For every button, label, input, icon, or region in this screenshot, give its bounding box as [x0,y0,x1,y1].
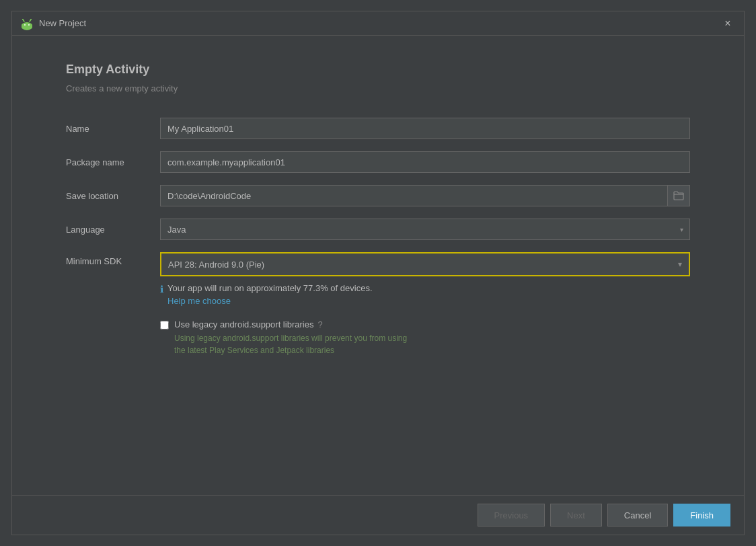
sdk-info: ℹ Your app will run on approximately 77.… [160,283,690,306]
language-select[interactable]: Java Kotlin [160,219,690,240]
folder-icon [673,191,684,200]
sdk-info-text-after: of devices. [328,283,373,293]
sdk-percent: 77.3% [303,283,328,293]
save-location-control [160,185,690,206]
next-button[interactable]: Next [550,504,602,526]
sdk-info-text-before: Your app will run on approximately [167,283,303,293]
finish-button[interactable]: Finish [673,504,730,526]
save-location-label: Save location [66,191,160,201]
help-me-choose-link[interactable]: Help me choose [167,296,373,306]
info-icon: ℹ [160,284,163,295]
dialog-footer: Previous Next Cancel Finish [12,495,744,535]
save-location-row: Save location [66,185,690,206]
language-label: Language [66,225,160,235]
close-button[interactable]: × [720,15,736,32]
svg-point-7 [30,19,32,20]
name-row: Name [66,118,690,139]
package-name-label: Package name [66,157,160,167]
sdk-select-wrapper: API 16: Android 4.1 (Jelly Bean) API 21:… [160,252,690,276]
checkbox-label: Use legacy android.support libraries ? [174,319,407,329]
section-subtitle: Creates a new empty activity [66,83,690,93]
svg-rect-1 [22,24,32,29]
language-row: Language Java Kotlin ▾ [66,219,690,240]
browse-folder-button[interactable] [668,185,690,206]
title-bar: New Project × [12,11,744,36]
previous-button[interactable]: Previous [478,504,545,526]
package-name-row: Package name [66,151,690,173]
android-icon [20,17,34,30]
language-select-wrapper: Java Kotlin ▾ [160,219,690,240]
svg-point-2 [24,24,26,26]
sdk-control: API 16: Android 4.1 (Jelly Bean) API 21:… [160,252,690,306]
package-name-input[interactable] [160,151,690,173]
legacy-support-checkbox[interactable] [160,321,169,329]
minimum-sdk-row: Minimum SDK API 16: Android 4.1 (Jelly B… [66,252,690,306]
title-bar-left: New Project [20,17,86,30]
help-question-mark-icon[interactable]: ? [317,319,322,329]
legacy-support-row: Use legacy android.support libraries ? U… [160,319,690,356]
minimum-sdk-label: Minimum SDK [66,252,160,266]
sdk-info-content: Your app will run on approximately 77.3%… [167,283,373,306]
svg-point-3 [28,24,30,26]
cancel-button[interactable]: Cancel [607,504,668,526]
name-input[interactable] [160,118,690,139]
save-location-input[interactable] [160,185,668,206]
minimum-sdk-select[interactable]: API 16: Android 4.1 (Jelly Bean) API 21:… [161,254,689,275]
section-title: Empty Activity [66,63,690,77]
checkbox-label-text: Use legacy android.support libraries [174,319,313,329]
name-label: Name [66,124,160,134]
checkbox-description: Using legacy android.support libraries w… [174,332,407,356]
checkbox-label-area: Use legacy android.support libraries ? U… [174,319,407,356]
svg-point-6 [22,19,24,20]
dialog-content: Empty Activity Creates a new empty activ… [12,36,744,495]
new-project-dialog: New Project × Empty Activity Creates a n… [11,11,745,535]
dialog-title: New Project [39,18,86,28]
